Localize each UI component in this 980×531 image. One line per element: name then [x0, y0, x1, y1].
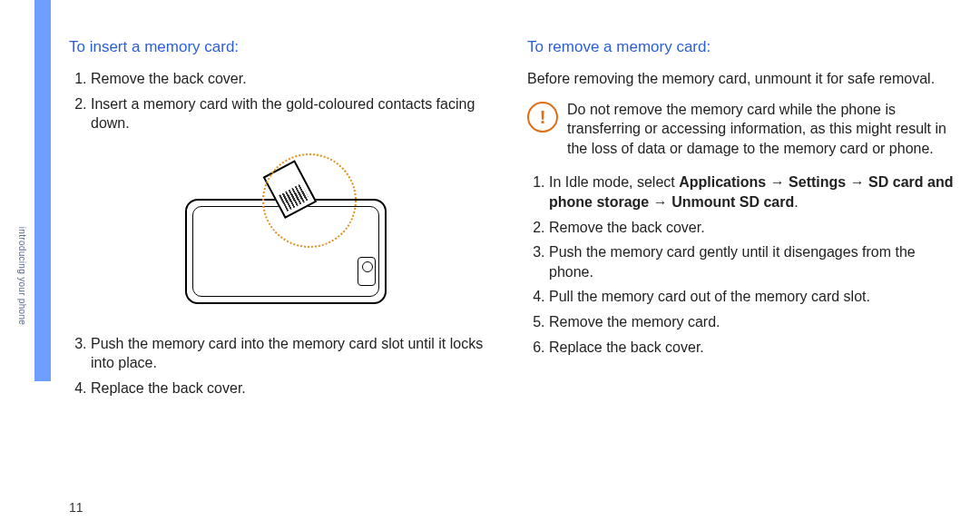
remove-steps: In Idle mode, select Applications → Sett…: [527, 172, 958, 357]
manual-page: introducing your phone To insert a memor…: [0, 0, 980, 531]
highlight-circle-icon: [262, 153, 357, 248]
list-item: Insert a memory card with the gold-colou…: [91, 94, 500, 133]
list-item: Push the memory card into the memory car…: [91, 334, 500, 373]
insert-sd-illustration: [135, 144, 435, 321]
right-column: To remove a memory card: Before removing…: [527, 38, 958, 404]
step1-prefix: In Idle mode, select: [549, 174, 679, 190]
list-item: Remove the back cover.: [91, 69, 500, 89]
list-item: Replace the back cover.: [549, 338, 958, 358]
list-item: Push the memory card gently until it dis…: [549, 242, 958, 281]
list-item: Remove the back cover.: [549, 218, 958, 238]
heading-remove: To remove a memory card:: [527, 38, 958, 56]
list-item: In Idle mode, select Applications → Sett…: [549, 172, 958, 211]
page-content: To insert a memory card: Remove the back…: [69, 38, 958, 404]
section-label: introducing your phone: [17, 203, 27, 349]
camera-module-icon: [358, 257, 376, 286]
intro-text: Before removing the memory card, unmount…: [527, 69, 958, 89]
warning-callout: ! Do not remove the memory card while th…: [527, 98, 958, 161]
heading-insert: To insert a memory card:: [69, 38, 500, 56]
list-item: Pull the memory card out of the memory c…: [549, 287, 958, 307]
warning-icon: !: [527, 102, 558, 133]
insert-steps-bottom: Push the memory card into the memory car…: [69, 334, 500, 398]
page-number: 11: [69, 500, 83, 515]
section-tab: [34, 0, 51, 381]
step1-suffix: .: [794, 194, 798, 210]
left-column: To insert a memory card: Remove the back…: [69, 38, 500, 404]
list-item: Replace the back cover.: [91, 379, 500, 398]
list-item: Remove the memory card.: [549, 312, 958, 332]
insert-steps-top: Remove the back cover. Insert a memory c…: [69, 69, 500, 133]
warning-text: Do not remove the memory card while the …: [567, 100, 953, 159]
